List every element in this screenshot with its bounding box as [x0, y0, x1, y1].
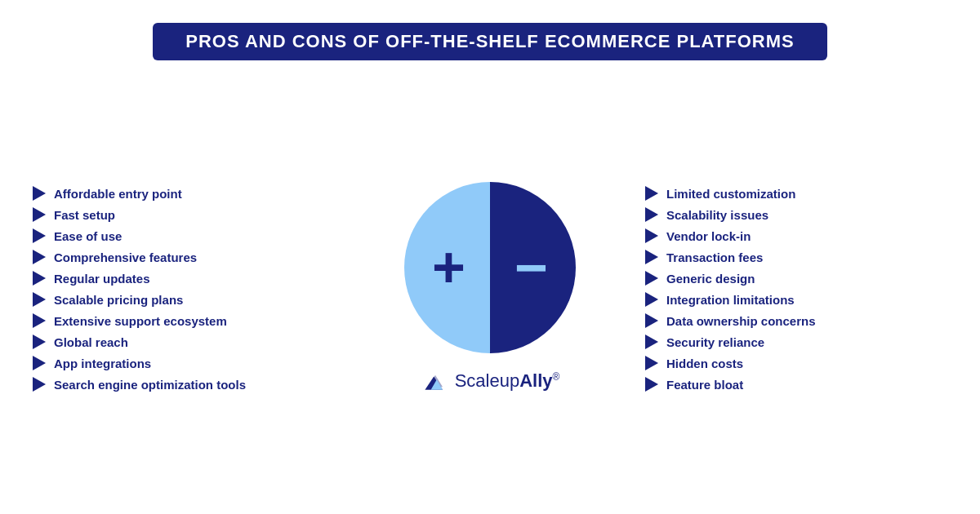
cons-list: Limited customization Scalability issues…: [645, 186, 947, 392]
pros-list-item: Comprehensive features: [33, 250, 197, 264]
arrow-icon: [645, 335, 658, 349]
pros-list-item: Affordable entry point: [33, 186, 182, 201]
logo-text: ScaleupAlly®: [455, 370, 560, 392]
arrow-icon: [645, 186, 658, 201]
pros-item-text: Fast setup: [54, 208, 115, 222]
cons-item-text: Integration limitations: [666, 293, 795, 307]
arrow-icon: [33, 207, 46, 222]
page-container: PROS AND CONS OF OFF-THE-SHELF ECOMMERCE…: [0, 0, 980, 514]
main-content: Affordable entry point Fast setup Ease o…: [33, 80, 947, 498]
cons-list-item: Hidden costs: [645, 356, 743, 370]
pros-list-item: App integrations: [33, 356, 151, 370]
arrow-icon: [33, 250, 46, 264]
arrow-icon: [645, 313, 658, 328]
cons-item-text: Hidden costs: [666, 357, 743, 370]
scaleupally-logo-icon: [421, 366, 450, 396]
pros-item-text: App integrations: [54, 357, 151, 370]
arrow-icon: [645, 271, 658, 286]
pros-item-text: Extensive support ecosystem: [54, 314, 227, 328]
logo-registered: ®: [553, 371, 560, 383]
cons-item-text: Generic design: [666, 272, 755, 286]
pros-item-text: Regular updates: [54, 272, 150, 286]
cons-list-item: Limited customization: [645, 186, 795, 201]
cons-item-text: Security reliance: [666, 335, 764, 349]
cons-list-item: Transaction fees: [645, 250, 763, 264]
pros-item-text: Comprehensive features: [54, 250, 197, 264]
arrow-icon: [33, 377, 46, 392]
minus-symbol: −: [514, 239, 548, 296]
pros-list-item: Search engine optimization tools: [33, 377, 246, 392]
title-box: PROS AND CONS OF OFF-THE-SHELF ECOMMERCE…: [153, 23, 826, 60]
arrow-icon: [645, 250, 658, 264]
cons-list-item: Data ownership concerns: [645, 313, 816, 328]
arrow-icon: [645, 356, 658, 370]
pros-item-text: Ease of use: [54, 229, 122, 243]
pros-list: Affordable entry point Fast setup Ease o…: [33, 186, 335, 392]
arrow-icon: [33, 271, 46, 286]
circle-pros-half: +: [404, 182, 490, 353]
cons-list-item: Vendor lock-in: [645, 228, 751, 243]
cons-item-text: Limited customization: [666, 187, 795, 201]
pros-cons-circle: + −: [404, 182, 576, 353]
pros-item-text: Scalable pricing plans: [54, 293, 183, 307]
logo-area: ScaleupAlly®: [421, 366, 560, 396]
pros-list-item: Fast setup: [33, 207, 115, 222]
pros-list-item: Ease of use: [33, 228, 122, 243]
cons-item-text: Transaction fees: [666, 250, 763, 264]
cons-item-text: Vendor lock-in: [666, 229, 751, 243]
pros-list-item: Global reach: [33, 335, 128, 349]
pros-item-text: Global reach: [54, 335, 128, 349]
plus-symbol: +: [432, 239, 466, 296]
arrow-icon: [33, 186, 46, 201]
circle-cons-half: −: [490, 182, 576, 353]
cons-list-item: Security reliance: [645, 335, 764, 349]
arrow-icon: [645, 228, 658, 243]
cons-list-item: Feature bloat: [645, 377, 743, 392]
pros-list-item: Extensive support ecosystem: [33, 313, 227, 328]
center-graphic: + − ScaleupAlly®: [404, 182, 576, 396]
pros-list-item: Scalable pricing plans: [33, 292, 183, 307]
pros-list-item: Regular updates: [33, 271, 150, 286]
arrow-icon: [33, 292, 46, 307]
arrow-icon: [33, 313, 46, 328]
arrow-icon: [645, 292, 658, 307]
cons-list-item: Generic design: [645, 271, 755, 286]
arrow-icon: [33, 356, 46, 370]
cons-item-text: Feature bloat: [666, 378, 743, 392]
arrow-icon: [645, 377, 658, 392]
logo-ally: Ally: [519, 370, 552, 391]
cons-item-text: Scalability issues: [666, 208, 768, 222]
pros-item-text: Search engine optimization tools: [54, 378, 246, 392]
cons-list-item: Scalability issues: [645, 207, 768, 222]
page-title: PROS AND CONS OF OFF-THE-SHELF ECOMMERCE…: [185, 31, 794, 51]
cons-item-text: Data ownership concerns: [666, 314, 816, 328]
arrow-icon: [645, 207, 658, 222]
cons-list-item: Integration limitations: [645, 292, 795, 307]
pros-item-text: Affordable entry point: [54, 187, 182, 201]
logo-scaleup: Scaleup: [455, 370, 520, 391]
arrow-icon: [33, 228, 46, 243]
arrow-icon: [33, 335, 46, 349]
